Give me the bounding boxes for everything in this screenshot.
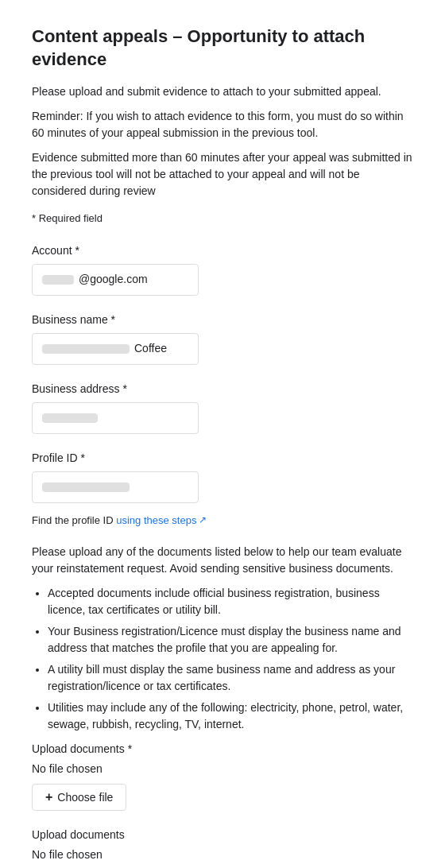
choose-file-label-1: Choose file: [57, 791, 113, 804]
account-group: Account * @google.com: [32, 242, 413, 296]
profile-id-input[interactable]: [32, 471, 199, 503]
bullet-1: Accepted documents include official busi…: [48, 585, 413, 618]
business-address-label: Business address *: [32, 381, 413, 397]
business-name-label: Business name *: [32, 312, 413, 328]
business-name-placeholder-block: [42, 344, 130, 354]
required-note: * Required field: [32, 211, 413, 227]
upload-1-label: Upload documents *: [32, 741, 413, 758]
upload-2-label: Upload documents: [32, 827, 413, 843]
profile-id-group: Profile ID * Find the profile ID using t…: [32, 450, 413, 529]
business-name-value: Coffee: [134, 340, 167, 357]
upload-2-section: Upload documents No file chosen + Choose…: [32, 827, 413, 868]
page-container: Content appeals – Opportunity to attach …: [0, 0, 445, 868]
account-value: @google.com: [79, 271, 148, 288]
upload-description: Please upload any of the documents liste…: [32, 544, 413, 577]
upload-1-no-file: No file chosen: [32, 761, 413, 777]
account-placeholder-block: [42, 275, 74, 285]
description-text: Please upload and submit evidence to att…: [32, 83, 413, 100]
warning-text: Evidence submitted more than 60 minutes …: [32, 149, 413, 200]
choose-file-button-1[interactable]: + Choose file: [32, 784, 126, 811]
business-address-input[interactable]: [32, 402, 199, 434]
upload-2-no-file: No file chosen: [32, 847, 413, 863]
profile-id-label: Profile ID *: [32, 450, 413, 467]
account-input[interactable]: @google.com: [32, 264, 199, 296]
plus-icon-1: +: [45, 790, 52, 804]
profile-id-help: Find the profile ID using these steps ↗: [32, 508, 413, 529]
business-address-placeholder-block: [42, 413, 98, 423]
bullet-list: Accepted documents include official busi…: [32, 585, 413, 733]
business-name-input[interactable]: Coffee: [32, 333, 199, 365]
account-label: Account *: [32, 242, 413, 259]
reminder-text: Reminder: If you wish to attach evidence…: [32, 108, 413, 141]
bullet-4: Utilities may include any of the followi…: [48, 699, 413, 733]
business-name-group: Business name * Coffee: [32, 312, 413, 365]
bullet-3: A utility bill must display the same bus…: [48, 661, 413, 695]
profile-id-link[interactable]: using these steps ↗: [116, 513, 207, 529]
profile-id-placeholder-block: [42, 482, 130, 492]
external-link-icon: ↗: [199, 513, 207, 527]
profile-id-help-text: Find the profile ID: [32, 514, 114, 526]
business-address-group: Business address *: [32, 381, 413, 434]
upload-1-section: Upload documents * No file chosen + Choo…: [32, 741, 413, 811]
bullet-2: Your Business registration/Licence must …: [48, 623, 413, 657]
profile-id-link-text: using these steps: [116, 513, 196, 529]
page-title: Content appeals – Opportunity to attach …: [32, 25, 413, 71]
